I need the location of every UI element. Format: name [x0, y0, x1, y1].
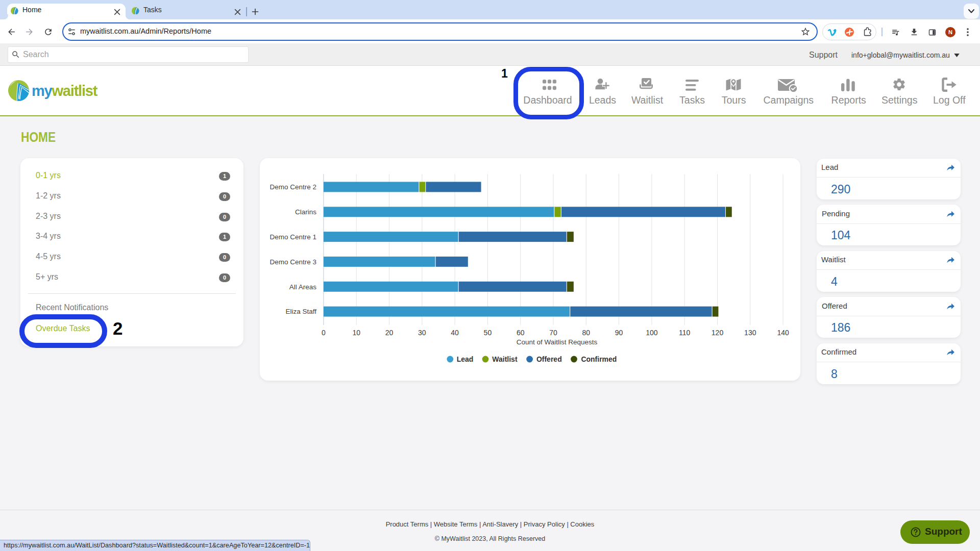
svg-text:130: 130	[744, 329, 756, 337]
svg-text:All Areas: All Areas	[289, 283, 317, 291]
svg-text:50: 50	[484, 329, 492, 337]
svg-text:0: 0	[322, 329, 326, 337]
svg-text:90: 90	[615, 329, 623, 337]
svg-text:120: 120	[712, 329, 724, 337]
svg-text:Demo Centre 1: Demo Centre 1	[270, 233, 316, 241]
svg-text:Demo Centre 3: Demo Centre 3	[270, 258, 316, 266]
svg-text:40: 40	[451, 329, 459, 337]
svg-text:110: 110	[679, 329, 691, 337]
svg-text:140: 140	[777, 329, 789, 337]
svg-text:70: 70	[549, 329, 557, 337]
svg-text:Clarins: Clarins	[295, 208, 316, 216]
svg-text:100: 100	[646, 329, 658, 337]
svg-text:30: 30	[418, 329, 426, 337]
svg-text:60: 60	[517, 329, 525, 337]
svg-text:80: 80	[582, 329, 591, 337]
svg-text:Confirmed: Confirmed	[581, 355, 617, 363]
svg-text:Lead: Lead	[457, 355, 474, 363]
svg-text:Demo Centre 2: Demo Centre 2	[270, 183, 316, 191]
svg-text:Count of Waitlist Requests: Count of Waitlist Requests	[517, 338, 598, 346]
svg-text:20: 20	[385, 329, 394, 337]
svg-text:Waitlist: Waitlist	[492, 355, 518, 363]
svg-text:10: 10	[352, 329, 360, 337]
svg-text:Eliza Staff: Eliza Staff	[285, 308, 316, 315]
svg-text:Offered: Offered	[536, 355, 562, 363]
